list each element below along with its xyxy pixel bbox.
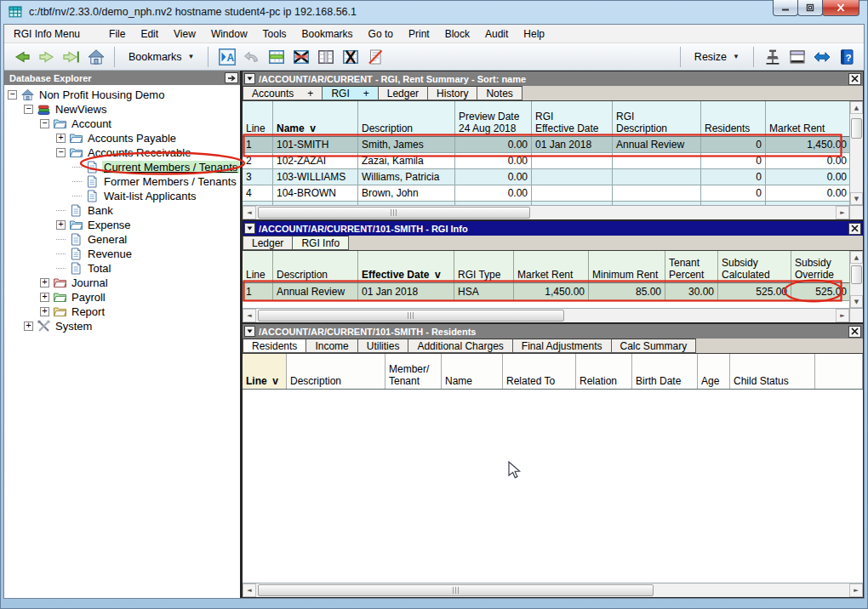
bookmarks-dropdown[interactable]: Bookmarks▼ bbox=[121, 46, 202, 67]
delete-column-icon[interactable] bbox=[339, 46, 362, 68]
cell[interactable]: 2 bbox=[243, 153, 273, 169]
tab-new-plus[interactable]: + bbox=[363, 88, 369, 100]
pin-icon[interactable] bbox=[761, 46, 784, 68]
panel-close-button[interactable] bbox=[848, 73, 861, 85]
column-header-tenant-percent[interactable]: TenantPercent bbox=[665, 251, 718, 282]
menu-item-audit[interactable]: Audit bbox=[477, 25, 516, 43]
home-icon[interactable] bbox=[84, 46, 107, 68]
column-header-preview-date-24-aug-2018[interactable]: Preview Date24 Aug 2018 bbox=[455, 101, 532, 136]
minimize-button[interactable] bbox=[773, 0, 798, 16]
column-header-member-tenant[interactable]: Member/Tenant bbox=[385, 354, 442, 389]
collapse-box-icon[interactable]: − bbox=[40, 119, 49, 128]
cell[interactable]: 0 bbox=[701, 169, 766, 185]
cell[interactable]: 0.00 bbox=[766, 169, 849, 185]
scrollbar-thumb[interactable] bbox=[258, 207, 530, 219]
forward-end-icon[interactable] bbox=[60, 46, 83, 68]
panel-titlebar[interactable]: /ACCOUNT/AR/CURRENT - RGI, Rent Summary … bbox=[243, 71, 863, 86]
tab-final-adjustments[interactable]: Final Adjustments bbox=[512, 339, 612, 353]
cell[interactable]: 85.00 bbox=[589, 283, 665, 301]
cell[interactable] bbox=[532, 185, 613, 202]
collapse-box-icon[interactable]: − bbox=[56, 148, 66, 157]
cell[interactable]: 101-SMITH bbox=[273, 137, 358, 153]
cell[interactable]: 103-WILLIAMS bbox=[273, 169, 358, 185]
vertical-scrollbar[interactable]: ▲▼ bbox=[849, 101, 863, 205]
scroll-up-button[interactable]: ▲ bbox=[850, 101, 863, 114]
scroll-track[interactable] bbox=[256, 583, 849, 597]
cell[interactable] bbox=[532, 153, 613, 169]
column-header-minimum-rent[interactable]: Minimum Rent bbox=[589, 251, 665, 282]
scroll-track[interactable] bbox=[256, 309, 836, 322]
cell[interactable]: 0 bbox=[701, 185, 766, 202]
tree-item-system[interactable]: +System bbox=[4, 319, 240, 333]
tab-ledger[interactable]: Ledger bbox=[378, 86, 428, 100]
cell[interactable]: Brown, John bbox=[358, 185, 455, 202]
cell[interactable]: 1 bbox=[243, 283, 273, 301]
tab-additional-charges[interactable]: Additional Charges bbox=[408, 339, 512, 353]
column-header-birth-date[interactable]: Birth Date bbox=[632, 354, 698, 389]
horizontal-scrollbar[interactable]: ◄► bbox=[243, 205, 849, 219]
panel-close-button[interactable] bbox=[848, 223, 861, 235]
column-header-rgi-type[interactable]: RGI Type bbox=[454, 251, 514, 282]
cell[interactable]: Williams, Patricia bbox=[358, 169, 455, 185]
tree-item-payroll[interactable]: +Payroll bbox=[4, 290, 240, 304]
tab-residents[interactable]: Residents bbox=[243, 339, 306, 353]
back-icon[interactable] bbox=[10, 46, 33, 68]
cell[interactable] bbox=[613, 185, 701, 202]
tree-item-account[interactable]: −Account bbox=[4, 117, 240, 131]
window-icon[interactable] bbox=[785, 46, 808, 68]
collapse-box-icon[interactable]: − bbox=[8, 90, 17, 100]
tab-utilities[interactable]: Utilities bbox=[357, 339, 409, 353]
insert-row-icon[interactable] bbox=[265, 46, 288, 68]
cell[interactable]: 30.00 bbox=[665, 283, 718, 301]
cell[interactable] bbox=[613, 153, 701, 169]
cell[interactable]: 4 bbox=[243, 185, 273, 202]
column-header-market-rent[interactable]: Market Rent bbox=[514, 251, 589, 282]
expand-box-icon[interactable]: + bbox=[40, 293, 49, 302]
column-header-subsidy-override[interactable]: SubsidyOverride bbox=[791, 251, 849, 282]
collapse-box-icon[interactable]: − bbox=[24, 105, 33, 114]
cell[interactable]: 0 bbox=[701, 137, 766, 153]
cell[interactable]: 0.00 bbox=[455, 185, 532, 202]
tree-item-newviews[interactable]: −NewViews bbox=[4, 102, 240, 117]
tree-item-expense[interactable]: +Expense bbox=[4, 218, 240, 232]
tree-item-revenue[interactable]: Revenue bbox=[4, 247, 240, 261]
tree-item-wait-list-applicants[interactable]: Wait-list Applicants bbox=[4, 189, 240, 203]
tab-accounts[interactable]: Accounts+ bbox=[243, 86, 323, 100]
cell[interactable]: 1 bbox=[243, 137, 273, 153]
cell[interactable]: 3 bbox=[243, 169, 273, 185]
scroll-right-button[interactable]: ► bbox=[836, 309, 849, 322]
cell[interactable] bbox=[532, 169, 613, 185]
tree-item-accounts-receivable[interactable]: −Accounts Receivable bbox=[4, 145, 240, 160]
scrollbar-thumb[interactable] bbox=[258, 584, 654, 596]
column-header-description[interactable]: Description bbox=[287, 354, 385, 389]
panel-titlebar[interactable]: /ACCOUNT/AR/CURRENT/101-SMITH - RGI Info bbox=[243, 221, 863, 236]
cell[interactable]: 525.00 bbox=[718, 283, 791, 301]
scroll-track[interactable] bbox=[850, 139, 863, 192]
menu-item-view[interactable]: View bbox=[166, 25, 203, 43]
scroll-left-button[interactable]: ◄ bbox=[243, 206, 256, 219]
tree-item-report[interactable]: +Report bbox=[4, 304, 240, 319]
menu-item-tools[interactable]: Tools bbox=[255, 25, 294, 43]
column-header-child-status[interactable]: Child Status bbox=[730, 354, 815, 389]
menu-item-print[interactable]: Print bbox=[401, 25, 437, 43]
tab-income[interactable]: Income bbox=[306, 339, 357, 353]
tab-ledger[interactable]: Ledger bbox=[243, 236, 293, 250]
column-header-relation[interactable]: Relation bbox=[576, 354, 632, 389]
edit-field-icon[interactable]: A bbox=[215, 46, 238, 68]
undo-icon[interactable] bbox=[240, 46, 263, 68]
cell[interactable]: 01 Jan 2018 bbox=[358, 283, 454, 301]
column-header-market-rent[interactable]: Market Rent bbox=[766, 101, 849, 136]
restore-button[interactable] bbox=[797, 0, 823, 16]
cell[interactable] bbox=[613, 169, 701, 185]
menu-item-block[interactable]: Block bbox=[437, 25, 477, 43]
cell[interactable]: 0.00 bbox=[455, 137, 532, 153]
cell[interactable]: 104-BROWN bbox=[273, 185, 358, 202]
column-header-description[interactable]: Description bbox=[273, 251, 358, 282]
tree-item-current-members-tenants[interactable]: Current Members / Tenants bbox=[4, 160, 240, 174]
window-titlebar[interactable]: c:/tbf/nv/2.33.0/demo_nph.nv2 hostname s… bbox=[0, 0, 868, 24]
column-header-age[interactable]: Age bbox=[698, 354, 730, 389]
cell[interactable]: 1,450.00 bbox=[766, 137, 849, 153]
cell[interactable]: 0.00 bbox=[455, 153, 532, 169]
cell[interactable]: 0 bbox=[701, 153, 766, 169]
tab-notes[interactable]: Notes bbox=[477, 86, 522, 100]
